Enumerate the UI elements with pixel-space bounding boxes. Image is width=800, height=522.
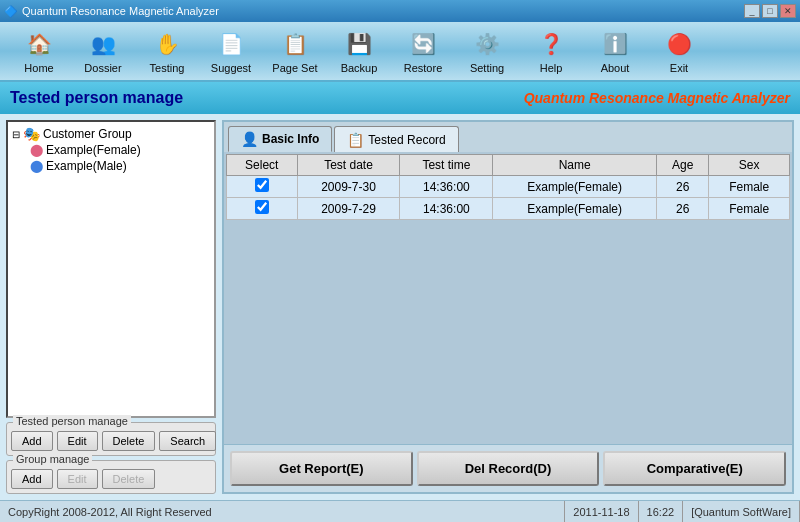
home-icon: 🏠 [23,28,55,60]
title-bar-left: 🔷 Quantum Resonance Magnetic Analyzer [4,5,219,18]
toolbar-help-label: Help [540,62,563,74]
toolbar-exit[interactable]: 🔴 Exit [648,24,710,78]
toolbar-suggest[interactable]: 📄 Suggest [200,24,262,78]
person-manage-group: Tested person manage Add Edit Delete Sea… [6,422,216,456]
tree-group-root[interactable]: ⊟ 🎭 Customer Group [12,126,210,142]
toolbar-setting[interactable]: ⚙️ Setting [456,24,518,78]
row-sex: Female [709,198,790,220]
tree-area: ⊟ 🎭 Customer Group ⬤ Example(Female) ⬤ E… [6,120,216,418]
person-manage-buttons: Add Edit Delete Search [11,431,211,451]
toolbar-backup[interactable]: 💾 Backup [328,24,390,78]
col-age: Age [657,155,709,176]
toolbar-about-label: About [601,62,630,74]
toolbar-pageset[interactable]: 📋 Page Set [264,24,326,78]
tree-children: ⬤ Example(Female) ⬤ Example(Male) [12,142,210,174]
status-date: 2011-11-18 [565,501,638,522]
setting-icon: ⚙️ [471,28,503,60]
group-icon: 🎭 [23,126,40,142]
group-manage-buttons: Add Edit Delete [11,469,211,489]
person-search-button[interactable]: Search [159,431,216,451]
testing-icon: ✋ [151,28,183,60]
toolbar-dossier-label: Dossier [84,62,121,74]
tested-record-tab-icon: 📋 [347,132,364,148]
backup-icon: 💾 [343,28,375,60]
person-delete-button[interactable]: Delete [102,431,156,451]
toolbar-testing-label: Testing [150,62,185,74]
row-checkbox[interactable] [255,200,269,214]
maximize-button[interactable]: □ [762,4,778,18]
row-age: 26 [657,198,709,220]
toolbar: 🏠 Home 👥 Dossier ✋ Testing 📄 Suggest 📋 P… [0,22,800,82]
title-bar-controls[interactable]: _ □ ✕ [744,4,796,18]
close-button[interactable]: ✕ [780,4,796,18]
group-delete-button[interactable]: Delete [102,469,156,489]
records-table: Select Test date Test time Name Age Sex … [226,154,790,220]
toolbar-backup-label: Backup [341,62,378,74]
status-software: [Quantum SoftWare] [683,501,800,522]
get-report-button[interactable]: Get Report(E) [230,451,413,486]
group-manage-label: Group manage [13,453,92,465]
person-manage-label: Tested person manage [13,415,131,427]
app-icon: 🔷 [4,5,18,18]
row-date: 2009-7-29 [297,198,400,220]
row-select-cell[interactable] [227,198,298,220]
status-bar: CopyRight 2008-2012, All Right Reserved … [0,500,800,522]
header-bar: Tested person manage Quantum Resonance M… [0,82,800,114]
pageset-icon: 📋 [279,28,311,60]
row-select-cell[interactable] [227,176,298,198]
toolbar-setting-label: Setting [470,62,504,74]
table-area: Select Test date Test time Name Age Sex … [224,152,792,444]
tree-group-label: Customer Group [43,127,132,141]
row-age: 26 [657,176,709,198]
row-sex: Female [709,176,790,198]
tab-basic-info-label: Basic Info [262,132,319,146]
tab-tested-record[interactable]: 📋 Tested Record [334,126,458,152]
toolbar-suggest-label: Suggest [211,62,251,74]
row-name: Example(Female) [493,176,657,198]
female-icon: ⬤ [30,143,43,157]
minimize-button[interactable]: _ [744,4,760,18]
suggest-icon: 📄 [215,28,247,60]
toolbar-testing[interactable]: ✋ Testing [136,24,198,78]
person-add-button[interactable]: Add [11,431,53,451]
row-checkbox[interactable] [255,178,269,192]
page-title: Tested person manage [10,89,183,107]
group-add-button[interactable]: Add [11,469,53,489]
tree-item-female-label: Example(Female) [46,143,141,157]
table-row[interactable]: 2009-7-2914:36:00Example(Female)26Female [227,198,790,220]
del-record-button[interactable]: Del Record(D) [417,451,600,486]
about-icon: ℹ️ [599,28,631,60]
toolbar-exit-label: Exit [670,62,688,74]
toolbar-home[interactable]: 🏠 Home [8,24,70,78]
bottom-buttons: Get Report(E) Del Record(D) Comparative(… [224,444,792,492]
col-select: Select [227,155,298,176]
row-time: 14:36:00 [400,198,493,220]
person-edit-button[interactable]: Edit [57,431,98,451]
col-test-date: Test date [297,155,400,176]
tab-tested-record-label: Tested Record [368,133,445,147]
toolbar-help[interactable]: ❓ Help [520,24,582,78]
comparative-button[interactable]: Comparative(E) [603,451,786,486]
col-test-time: Test time [400,155,493,176]
toolbar-dossier[interactable]: 👥 Dossier [72,24,134,78]
male-icon: ⬤ [30,159,43,173]
toolbar-pageset-label: Page Set [272,62,317,74]
group-manage-group: Group manage Add Edit Delete [6,460,216,494]
col-sex: Sex [709,155,790,176]
tree-item-male[interactable]: ⬤ Example(Male) [30,158,210,174]
tab-basic-info[interactable]: 👤 Basic Info [228,126,332,152]
toolbar-about[interactable]: ℹ️ About [584,24,646,78]
tree-item-female[interactable]: ⬤ Example(Female) [30,142,210,158]
table-header-row: Select Test date Test time Name Age Sex [227,155,790,176]
group-edit-button[interactable]: Edit [57,469,98,489]
status-copyright: CopyRight 2008-2012, All Right Reserved [0,501,565,522]
table-row[interactable]: 2009-7-3014:36:00Example(Female)26Female [227,176,790,198]
status-time: 16:22 [639,501,684,522]
tree-expand-icon: ⊟ [12,129,20,140]
tree-item-male-label: Example(Male) [46,159,127,173]
dossier-icon: 👥 [87,28,119,60]
row-name: Example(Female) [493,198,657,220]
toolbar-restore[interactable]: 🔄 Restore [392,24,454,78]
toolbar-home-label: Home [24,62,53,74]
col-name: Name [493,155,657,176]
